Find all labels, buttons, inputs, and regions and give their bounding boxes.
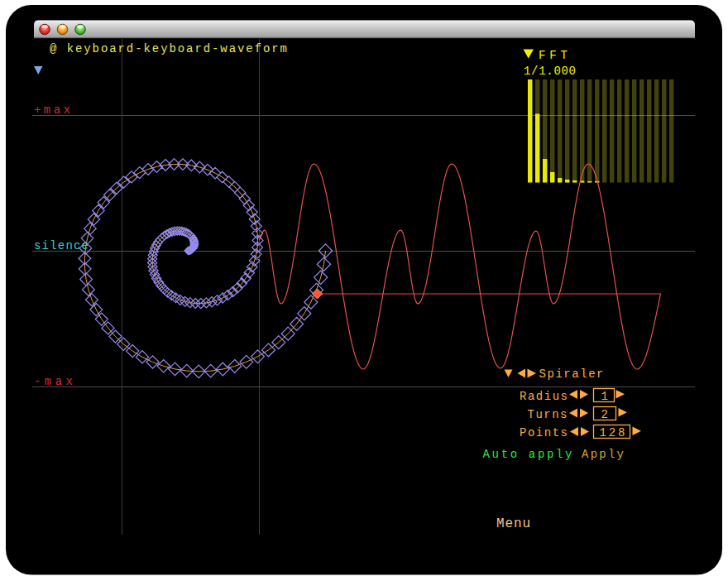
svg-text:1/1.000: 1/1.000 — [524, 65, 576, 78]
svg-text:Spiraler: Spiraler — [539, 367, 604, 381]
svg-text:silence: silence — [34, 239, 89, 252]
svg-text:FFT: FFT — [539, 49, 568, 62]
svg-text:Menu: Menu — [496, 516, 530, 531]
svg-text:2: 2 — [601, 408, 608, 421]
svg-text:128: 128 — [600, 426, 625, 439]
svg-text:1: 1 — [601, 390, 608, 403]
svg-text:@ keyboard-keyboard-waveform: @ keyboard-keyboard-waveform — [50, 42, 287, 55]
svg-text:Apply: Apply — [582, 448, 624, 461]
svg-text:Turns: Turns — [528, 408, 568, 421]
